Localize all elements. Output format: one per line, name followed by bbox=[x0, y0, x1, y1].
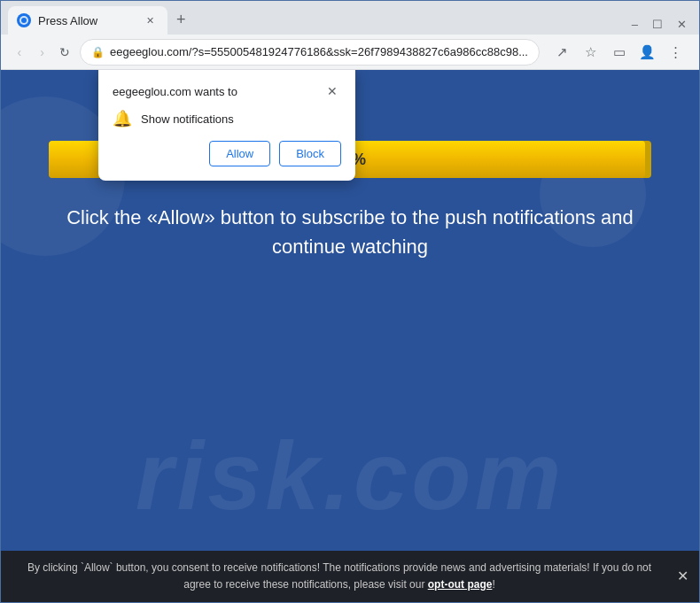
lock-icon: 🔒 bbox=[91, 46, 105, 58]
menu-icon[interactable]: ⋮ bbox=[664, 40, 688, 65]
notif-buttons: Allow Block bbox=[113, 141, 341, 166]
page-content: risk.com 99% Click the «Allow» button to… bbox=[1, 70, 699, 602]
bell-icon: 🔔 bbox=[113, 109, 132, 128]
share-icon[interactable]: ↗ bbox=[550, 40, 575, 65]
notification-dialog: eegeeglou.com wants to ✕ 🔔 Show notifica… bbox=[98, 70, 355, 181]
block-button[interactable]: Block bbox=[279, 141, 341, 166]
consent-close-button[interactable]: ✕ bbox=[677, 565, 688, 588]
allow-button[interactable]: Allow bbox=[209, 141, 270, 166]
profile-icon[interactable]: 👤 bbox=[635, 40, 660, 65]
tab-title: Press Allow bbox=[38, 14, 97, 27]
notif-site-text: eegeeglou.com wants to bbox=[113, 85, 237, 98]
minimize-button[interactable]: – bbox=[632, 18, 638, 31]
active-tab[interactable]: Press Allow ✕ bbox=[8, 6, 167, 35]
consent-text-before: By clicking `Allow` button, you consent … bbox=[27, 561, 651, 591]
browser-window: Press Allow ✕ + – ☐ ✕ ‹ › ↻ 🔒 eegeeglou.… bbox=[0, 0, 700, 603]
consent-bar: By clicking `Allow` button, you consent … bbox=[1, 551, 699, 602]
notif-close-button[interactable]: ✕ bbox=[323, 82, 341, 100]
new-tab-button[interactable]: + bbox=[167, 5, 195, 35]
window-controls: – ☐ ✕ bbox=[632, 18, 699, 35]
consent-text-after: ! bbox=[492, 578, 494, 591]
reload-button[interactable]: ↻ bbox=[57, 42, 73, 63]
notif-permission-row: 🔔 Show notifications bbox=[113, 109, 341, 128]
watermark: risk.com bbox=[136, 419, 564, 531]
tab-close-button[interactable]: ✕ bbox=[143, 13, 157, 27]
url-bar[interactable]: 🔒 eegeeglou.com/?s=555005481924776186&ss… bbox=[80, 39, 540, 66]
back-button[interactable]: ‹ bbox=[12, 42, 27, 63]
notif-permission-label: Show notifications bbox=[141, 112, 234, 126]
svg-point-1 bbox=[21, 18, 27, 23]
extensions-icon[interactable]: ▭ bbox=[607, 40, 632, 65]
forward-button[interactable]: › bbox=[35, 42, 51, 63]
maximize-button[interactable]: ☐ bbox=[652, 18, 663, 31]
tab-bar: Press Allow ✕ + – ☐ ✕ bbox=[1, 1, 699, 35]
url-text: eegeeglou.com/?s=555005481924776186&ssk=… bbox=[110, 45, 528, 58]
main-text-line2: continue watching bbox=[272, 236, 428, 258]
notif-dialog-header: eegeeglou.com wants to ✕ bbox=[113, 82, 341, 100]
bookmark-icon[interactable]: ☆ bbox=[579, 40, 603, 65]
close-window-button[interactable]: ✕ bbox=[677, 18, 687, 31]
address-bar: ‹ › ↻ 🔒 eegeeglou.com/?s=555005481924776… bbox=[1, 35, 699, 70]
toolbar-icons: ↗ ☆ ▭ 👤 ⋮ bbox=[550, 40, 688, 65]
opt-out-link[interactable]: opt-out page bbox=[428, 578, 493, 591]
tab-favicon bbox=[17, 13, 31, 27]
